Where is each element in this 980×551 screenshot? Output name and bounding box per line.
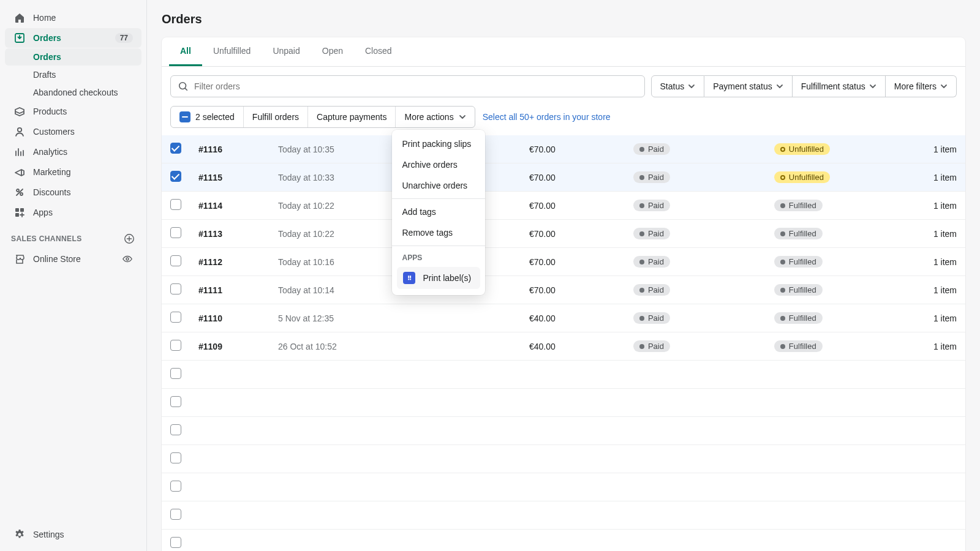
sidebar-item-apps[interactable]: Apps: [5, 203, 141, 222]
row-checkbox[interactable]: [170, 255, 181, 266]
table-row[interactable]: #1109 26 Oct at 10:52 €40.00 Paid Fulfil…: [162, 332, 965, 361]
fulfillment-badge: Unfulfilled: [774, 143, 830, 155]
row-checkbox[interactable]: [170, 509, 181, 520]
button-label: Fulfillment status: [801, 81, 865, 91]
table-row[interactable]: #1112 Today at 10:16 €70.00 Paid Fulfill…: [162, 248, 965, 276]
order-id[interactable]: #1111: [190, 276, 270, 304]
sidebar-item-analytics[interactable]: Analytics: [5, 142, 141, 162]
sidebar-item-label: Settings: [33, 530, 64, 539]
home-icon: [13, 12, 26, 24]
svg-rect-4: [15, 208, 19, 212]
fulfill-orders-button[interactable]: Fulfill orders: [244, 107, 308, 127]
sidebar-item-home[interactable]: Home: [5, 8, 141, 28]
order-id[interactable]: #1114: [190, 192, 270, 220]
sidebar-item-discounts[interactable]: Discounts: [5, 182, 141, 202]
status-dot-icon: [780, 288, 785, 293]
more-actions-button[interactable]: More actions: [396, 107, 474, 127]
status-dot-icon: [639, 344, 644, 349]
order-id[interactable]: #1109: [190, 332, 270, 361]
menu-item-print-packing-slips[interactable]: Print packing slips: [392, 133, 485, 154]
order-date: 26 Oct at 10:52: [270, 332, 398, 361]
table-row[interactable]: #1115 Today at 10:33 €70.00 Paid Unfulfi…: [162, 163, 965, 192]
eye-icon[interactable]: [122, 253, 133, 264]
tab-closed[interactable]: Closed: [354, 37, 403, 66]
payment-badge: Paid: [633, 312, 670, 324]
filter-fulfillment-status[interactable]: Fulfillment status: [793, 75, 886, 97]
tab-open[interactable]: Open: [311, 37, 354, 66]
sidebar-subitem-drafts[interactable]: Drafts: [5, 66, 141, 83]
selection-count[interactable]: 2 selected: [171, 107, 244, 127]
payment-badge: Paid: [633, 200, 670, 211]
badge-label: Paid: [648, 285, 664, 294]
row-checkbox[interactable]: [170, 340, 181, 351]
selection-count-label: 2 selected: [195, 112, 235, 122]
order-id[interactable]: #1112: [190, 248, 270, 276]
order-date: Today at 10:33: [270, 163, 398, 192]
row-checkbox[interactable]: [170, 171, 181, 182]
table-row[interactable]: #1114 Today at 10:22 €70.00 Paid Fulfill…: [162, 192, 965, 220]
capture-payments-button[interactable]: Capture payments: [308, 107, 396, 127]
badge-label: Paid: [648, 201, 664, 210]
sidebar-channel-online-store[interactable]: Online Store: [5, 249, 141, 269]
order-date: 5 Nov at 12:35: [270, 304, 398, 332]
row-checkbox[interactable]: [170, 227, 181, 238]
menu-item-unarchive-orders[interactable]: Unarchive orders: [392, 175, 485, 196]
filter-more-filters[interactable]: More filters: [886, 75, 957, 97]
tab-unfulfilled[interactable]: Unfulfilled: [202, 37, 262, 66]
order-id[interactable]: #1116: [190, 135, 270, 163]
menu-item-remove-tags[interactable]: Remove tags: [392, 222, 485, 243]
row-checkbox[interactable]: [170, 396, 181, 407]
sidebar-item-products[interactable]: Products: [5, 102, 141, 121]
menu-item-archive-orders[interactable]: Archive orders: [392, 154, 485, 175]
order-id[interactable]: #1115: [190, 163, 270, 192]
caret-down-icon: [940, 83, 948, 90]
row-checkbox[interactable]: [170, 368, 181, 379]
table-row-empty: [162, 417, 965, 445]
row-checkbox[interactable]: [170, 143, 181, 154]
badge-label: Paid: [648, 313, 664, 323]
order-id[interactable]: #1113: [190, 220, 270, 248]
badge-label: Fulfilled: [789, 342, 816, 351]
sidebar-item-label: Apps: [33, 208, 53, 217]
order-total: €70.00: [521, 135, 625, 163]
row-checkbox[interactable]: [170, 424, 181, 435]
row-checkbox[interactable]: [170, 199, 181, 210]
sidebar-item-marketing[interactable]: Marketing: [5, 162, 141, 182]
status-dot-icon: [639, 316, 644, 321]
tab-all[interactable]: All: [169, 37, 202, 66]
sidebar-item-customers[interactable]: Customers: [5, 122, 141, 141]
sidebar-subitem-abandoned[interactable]: Abandoned checkouts: [5, 84, 141, 101]
filter-payment-status[interactable]: Payment status: [704, 75, 793, 97]
page-title: Orders: [162, 12, 965, 26]
analytics-icon: [13, 146, 26, 158]
order-id[interactable]: #1110: [190, 304, 270, 332]
sidebar-subitem-orders-sub[interactable]: Orders: [5, 48, 141, 66]
button-label: Payment status: [713, 81, 772, 91]
sidebar-item-orders[interactable]: Orders 77: [5, 28, 141, 48]
orders-icon: [13, 32, 26, 44]
fulfillment-badge: Fulfilled: [774, 228, 823, 239]
table-row[interactable]: #1113 Today at 10:22 €70.00 Paid Fulfill…: [162, 220, 965, 248]
menu-item-print-labels[interactable]: ⠿ Print label(s): [397, 267, 480, 289]
row-checkbox[interactable]: [170, 452, 181, 463]
row-checkbox[interactable]: [170, 283, 181, 294]
order-date: Today at 10:14: [270, 276, 398, 304]
sales-channels-label: SALES CHANNELS: [11, 234, 82, 243]
row-checkbox[interactable]: [170, 312, 181, 323]
apps-icon: [13, 206, 26, 219]
table-row[interactable]: #1111 Today at 10:14 €70.00 Paid Fulfill…: [162, 276, 965, 304]
tab-unpaid[interactable]: Unpaid: [262, 37, 311, 66]
table-row[interactable]: #1116 Today at 10:35 €70.00 Paid Unfulfi…: [162, 135, 965, 163]
menu-item-add-tags[interactable]: Add tags: [392, 201, 485, 222]
status-dot-icon: [639, 147, 644, 152]
filter-status[interactable]: Status: [651, 75, 705, 97]
orders-table-wrap[interactable]: #1116 Today at 10:35 €70.00 Paid Unfulfi…: [162, 135, 965, 551]
select-all-link[interactable]: Select all 50+ orders in your store: [483, 112, 611, 122]
order-items: 1 item: [925, 135, 965, 163]
table-row[interactable]: #1110 5 Nov at 12:35 €40.00 Paid Fulfill…: [162, 304, 965, 332]
sidebar-item-settings[interactable]: Settings: [5, 525, 141, 544]
add-channel-button[interactable]: [123, 233, 135, 245]
row-checkbox[interactable]: [170, 537, 181, 548]
row-checkbox[interactable]: [170, 481, 181, 492]
search-input[interactable]: [170, 75, 645, 97]
